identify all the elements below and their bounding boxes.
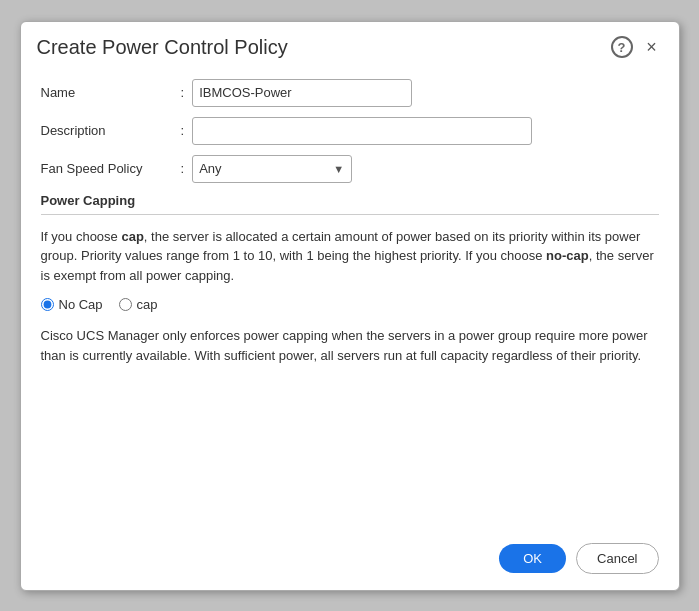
desc-text-1: If you choose [41, 229, 122, 244]
no-cap-label: No Cap [59, 297, 103, 312]
description-colon: : [181, 123, 185, 138]
cap-radio[interactable] [119, 298, 132, 311]
fan-speed-row: Fan Speed Policy : Any Low Power Maximum… [41, 155, 659, 183]
section-divider [41, 214, 659, 215]
help-button[interactable]: ? [611, 36, 633, 58]
fan-speed-select[interactable]: Any Low Power Maximum Balanced High Powe… [192, 155, 352, 183]
fan-speed-colon: : [181, 161, 185, 176]
power-capping-title: Power Capping [41, 193, 659, 208]
cap-radio-label[interactable]: cap [119, 297, 158, 312]
cap-label: cap [137, 297, 158, 312]
ok-button[interactable]: OK [499, 544, 566, 573]
no-cap-bold: no-cap [546, 248, 589, 263]
create-power-control-policy-dialog: Create Power Control Policy ? × Name : D… [20, 21, 680, 591]
dialog-header: Create Power Control Policy ? × [21, 22, 679, 69]
no-cap-radio[interactable] [41, 298, 54, 311]
header-icons: ? × [611, 36, 663, 58]
name-row: Name : [41, 79, 659, 107]
info-text: Cisco UCS Manager only enforces power ca… [41, 326, 659, 365]
fan-speed-label: Fan Speed Policy [41, 161, 181, 176]
description-label: Description [41, 123, 181, 138]
no-cap-radio-label[interactable]: No Cap [41, 297, 103, 312]
name-input[interactable] [192, 79, 412, 107]
description-input[interactable] [192, 117, 532, 145]
cap-bold: cap [121, 229, 143, 244]
dialog-body: Name : Description : Fan Speed Policy : … [21, 69, 679, 527]
dialog-title: Create Power Control Policy [37, 36, 288, 59]
dialog-footer: OK Cancel [21, 527, 679, 590]
radio-group: No Cap cap [41, 297, 659, 312]
fan-speed-select-wrapper: Any Low Power Maximum Balanced High Powe… [192, 155, 352, 183]
description-row: Description : [41, 117, 659, 145]
close-button[interactable]: × [641, 36, 663, 58]
name-label: Name [41, 85, 181, 100]
name-colon: : [181, 85, 185, 100]
power-capping-description: If you choose cap, the server is allocat… [41, 227, 659, 286]
cancel-button[interactable]: Cancel [576, 543, 658, 574]
